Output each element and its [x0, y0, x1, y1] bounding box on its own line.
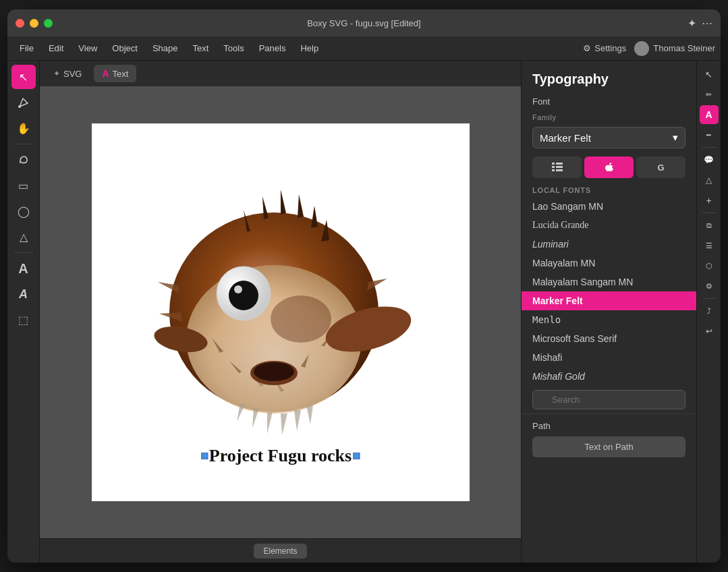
font-item[interactable]: Menlo — [522, 310, 696, 329]
rtool-pen[interactable]: ✏ — [700, 85, 719, 104]
tool-node-edit[interactable] — [11, 90, 36, 115]
rtool-comment[interactable]: 💬 — [700, 150, 719, 169]
tool-circle[interactable]: ◯ — [11, 199, 36, 223]
svg-marker-18 — [294, 410, 301, 431]
rtool-pointer[interactable]: ↖ — [700, 65, 719, 84]
font-list[interactable]: Lao Sangam MN Lucida Grande Luminari Mal… — [522, 197, 696, 386]
menu-shape[interactable]: Shape — [146, 40, 185, 56]
menu-edit[interactable]: Edit — [42, 40, 70, 56]
font-section-title: Font — [522, 92, 696, 111]
font-item-selected[interactable]: Marker Felt — [522, 291, 696, 310]
font-item[interactable]: Malayalam Sangam MN — [522, 273, 696, 291]
right-icon-toolbar: ↖ ✏ A ━ 💬 △ + ⧉ ☰ ⬡ ⚙ ⤴ ↩ — [696, 61, 721, 563]
chevron-down-icon: ▾ — [673, 132, 678, 144]
font-family-row: Marker Felt ▾ — [522, 124, 696, 151]
font-family-dropdown[interactable]: Marker Felt ▾ — [532, 127, 685, 148]
canvas[interactable]: Project Fugu rocks — [40, 86, 521, 538]
font-tab-list[interactable] — [532, 156, 582, 178]
svg-rect-36 — [552, 166, 555, 168]
menu-help[interactable]: Help — [293, 40, 325, 56]
canvas-text[interactable]: Project Fugu rocks — [201, 446, 360, 466]
svg-icon: ✦ — [53, 69, 60, 78]
tool-rect[interactable]: ▭ — [11, 173, 36, 198]
font-item[interactable]: Lucida Grande — [522, 216, 696, 235]
font-tab-apple[interactable] — [584, 156, 634, 178]
rtool-alert[interactable]: △ — [700, 171, 719, 190]
rtool-typography[interactable]: A — [700, 105, 719, 124]
font-item[interactable]: Malayalam MN — [522, 254, 696, 273]
settings-button[interactable]: ⚙ Settings — [583, 43, 626, 53]
svg-rect-34 — [552, 163, 555, 165]
text-handle-left[interactable] — [201, 453, 208, 459]
menu-file[interactable]: File — [13, 40, 40, 56]
menubar-right: ⚙ Settings Thomas Steiner — [583, 41, 715, 56]
user-label: Thomas Steiner — [653, 43, 715, 53]
rtool-library[interactable]: ⬡ — [700, 256, 719, 275]
font-item[interactable]: Microsoft Sans Serif — [522, 329, 696, 348]
canvas-text-label: Project Fugu rocks — [208, 446, 353, 466]
tab-svg[interactable]: ✦ SVG — [45, 65, 90, 82]
titlebar: Boxy SVG - fugu.svg [Edited] ✦ ⋯ — [7, 9, 721, 36]
rtool-layers[interactable]: ⧉ — [700, 216, 719, 235]
svg-rect-35 — [556, 163, 563, 165]
font-source-tabs: G — [532, 156, 685, 178]
tool-pan[interactable]: ✋ — [11, 116, 36, 140]
traffic-lights — [16, 19, 53, 28]
list-icon — [552, 163, 563, 172]
rtool-align[interactable]: ☰ — [700, 236, 719, 255]
path-section: Path Text on Path — [522, 413, 696, 464]
menu-panels[interactable]: Panels — [252, 40, 293, 56]
tool-frame[interactable]: ⬚ — [11, 308, 36, 332]
menubar: File Edit View Object Shape Text Tools P… — [7, 36, 721, 61]
elements-button[interactable]: Elements — [254, 544, 306, 559]
svg-point-28 — [234, 285, 242, 293]
svg-marker-8 — [311, 206, 318, 228]
rtool-ruler[interactable]: ━ — [700, 125, 719, 144]
maximize-button[interactable] — [44, 19, 53, 28]
font-item[interactable]: Mishafi Gold — [522, 367, 696, 386]
svg-marker-6 — [281, 190, 286, 214]
text-handle-right[interactable] — [353, 453, 360, 459]
tab-text-label: Text — [113, 69, 129, 79]
menu-object[interactable]: Object — [105, 40, 144, 56]
canvas-area: ✦ SVG A Text — [40, 61, 521, 563]
tool-pencil[interactable] — [11, 148, 36, 172]
tab-text[interactable]: A Text — [94, 65, 136, 82]
rtool-export[interactable]: ⤴ — [700, 302, 719, 320]
app-window: Boxy SVG - fugu.svg [Edited] ✦ ⋯ File Ed… — [7, 9, 721, 563]
rtool-divider-2 — [702, 212, 716, 213]
font-item[interactable]: Lao Sangam MN — [522, 197, 696, 216]
tool-triangle[interactable]: △ — [11, 225, 36, 249]
text-icon: A — [102, 68, 109, 79]
user-button[interactable]: Thomas Steiner — [634, 41, 715, 56]
tool-select[interactable]: ↖ — [11, 65, 36, 89]
font-item[interactable]: Mishafi — [522, 348, 696, 367]
tool-text-styled[interactable]: A — [11, 282, 36, 306]
panel-title: Typography — [522, 61, 696, 92]
svg-point-33 — [271, 295, 331, 343]
svg-marker-17 — [281, 413, 287, 435]
text-on-path-button[interactable]: Text on Path — [532, 436, 685, 457]
menu-text[interactable]: Text — [186, 40, 215, 56]
more-icon[interactable]: ⋯ — [702, 17, 712, 30]
main-area: ↖ ✋ ▭ ◯ △ A A ⬚ — [7, 61, 721, 563]
tab-svg-label: SVG — [63, 69, 82, 79]
tool-text[interactable]: A — [11, 256, 36, 281]
font-item[interactable]: Luminari — [522, 235, 696, 254]
font-tab-google[interactable]: G — [636, 156, 685, 178]
rtool-plus[interactable]: + — [700, 191, 719, 210]
minimize-button[interactable] — [30, 19, 38, 28]
close-button[interactable] — [16, 19, 24, 28]
divider-2 — [14, 252, 33, 253]
settings-sliders-icon: ⚙ — [583, 43, 591, 53]
menu-tools[interactable]: Tools — [217, 40, 250, 56]
rtool-settings[interactable]: ⚙ — [700, 277, 719, 295]
font-search-input[interactable] — [532, 390, 685, 409]
svg-point-27 — [229, 281, 258, 310]
menu-view[interactable]: View — [72, 40, 104, 56]
titlebar-right: ✦ ⋯ — [688, 17, 712, 30]
rtool-divider-1 — [702, 147, 716, 148]
google-icon: G — [657, 163, 664, 173]
extensions-icon[interactable]: ✦ — [688, 17, 696, 30]
rtool-undo[interactable]: ↩ — [700, 322, 719, 341]
